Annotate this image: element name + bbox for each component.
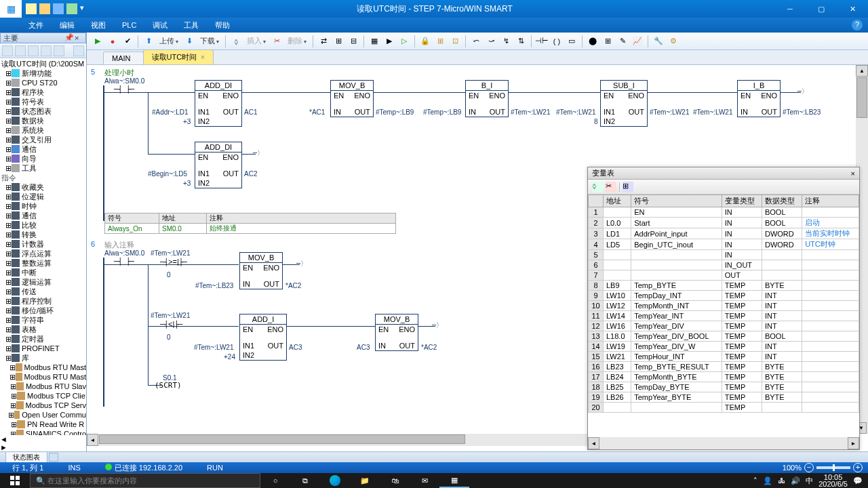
tool-j[interactable]: ⤺ bbox=[469, 35, 483, 48]
tree-item[interactable]: ⊞ 收藏夹 bbox=[1, 182, 86, 192]
insert-icon[interactable]: ⎀ bbox=[229, 35, 243, 48]
table-row[interactable]: 18LB25TempDay_BYTETEMPBYTE bbox=[589, 382, 859, 392]
table-row[interactable]: 11LW14TempYear_INTTEMPINT bbox=[589, 311, 859, 321]
tree-item[interactable]: ⊞ 计数器 bbox=[1, 239, 86, 249]
tool-a[interactable]: ⇄ bbox=[317, 35, 330, 48]
download-button[interactable]: 下载 bbox=[197, 36, 222, 46]
tree-tool-5[interactable] bbox=[54, 45, 64, 56]
table-row[interactable]: 10LW12TempMonth_INTTEMPINT bbox=[589, 301, 859, 311]
tab-main[interactable]: MAIN bbox=[103, 52, 144, 64]
tool-l[interactable]: ↯ bbox=[499, 35, 513, 48]
mail-icon[interactable]: ✉ bbox=[410, 473, 439, 488]
tree-item[interactable]: ⊞ Modbus RTU Slav bbox=[1, 382, 86, 391]
table-row[interactable]: 19LB26TempYear_BYTETEMPBYTE bbox=[589, 392, 859, 403]
delete-icon[interactable]: ✂ bbox=[270, 35, 283, 48]
variable-table[interactable]: 地址符号变量类型数据类型注释 1ENINBOOL2L0.0StartINBOOL… bbox=[588, 195, 859, 413]
tree-tool-2[interactable] bbox=[15, 45, 26, 56]
tree-item[interactable]: ⊞ 工具 bbox=[1, 163, 86, 173]
menu-help[interactable]: 帮助 bbox=[215, 20, 230, 30]
delete-button[interactable]: 删除 bbox=[285, 36, 309, 46]
table-row[interactable]: 12LW16TempYear_DIVTEMPINT bbox=[589, 321, 859, 331]
start-button[interactable] bbox=[0, 473, 30, 488]
fbd-add-di-1[interactable]: ADD_DI ENENO IN1OUT IN2 bbox=[195, 80, 242, 127]
table-row[interactable]: 14LW19TempYear_DIV_WTEMPINT bbox=[589, 342, 859, 352]
compile-button[interactable]: ✔ bbox=[121, 35, 134, 48]
scroll-left-icon[interactable]: ◄ bbox=[0, 435, 86, 443]
tool-m[interactable]: ⇅ bbox=[514, 35, 528, 48]
taskbar-search[interactable]: 🔍 在这里输入你要搜索的内容 bbox=[30, 473, 260, 488]
tool-b[interactable]: ⊞ bbox=[332, 35, 345, 48]
tree-item[interactable]: ⊞ 逻辑运算 bbox=[1, 277, 86, 287]
table-row[interactable]: 13L18.0TempYear_DIV_BOOLTEMPBOOL bbox=[589, 331, 859, 342]
scroll-thumb[interactable] bbox=[99, 434, 465, 444]
tab-utc[interactable]: 读取UTC时间× bbox=[143, 49, 214, 64]
tree-item[interactable]: ⊞ 转换 bbox=[1, 230, 86, 239]
tree-item[interactable]: ⊞ 定时器 bbox=[1, 334, 86, 344]
tree-item[interactable]: ⊞ 传送 bbox=[1, 287, 86, 296]
cortana-icon[interactable]: ○ bbox=[260, 473, 290, 488]
tree-root[interactable]: 读取UTC时间 (D:\200SM bbox=[1, 59, 86, 68]
menu-file[interactable]: 文件 bbox=[28, 20, 43, 30]
tree-item[interactable]: ⊞ SINAMICS Contro bbox=[1, 429, 86, 435]
edge-icon[interactable] bbox=[320, 473, 350, 488]
bottom-panel-icon[interactable] bbox=[49, 453, 58, 462]
tool-k[interactable]: ⤻ bbox=[484, 35, 498, 48]
upload-icon[interactable]: ⬆ bbox=[142, 35, 155, 48]
fbd-mov-b-1[interactable]: MOV_B ENENO INOUT bbox=[330, 80, 374, 117]
tree-hscrollbar[interactable]: ◄ ► bbox=[0, 435, 86, 451]
tool-n[interactable]: ⊣⊢ bbox=[535, 35, 549, 48]
fbd-sub-i[interactable]: SUB_I ENENO IN1OUT IN2 bbox=[600, 80, 648, 127]
maximize-button[interactable]: ▢ bbox=[806, 0, 837, 18]
tree-item[interactable]: ⊞ 程序控制 bbox=[1, 296, 86, 306]
tool-i[interactable]: ⊡ bbox=[448, 35, 462, 48]
tool-f[interactable]: ▷ bbox=[397, 35, 411, 48]
tree-item[interactable]: ⊞ 整数运算 bbox=[1, 258, 86, 268]
tree-item[interactable]: ⊞ Modbus RTU Mast bbox=[1, 363, 86, 372]
help-icon[interactable]: ? bbox=[852, 20, 863, 30]
tree-item[interactable]: ⊞ 通信 bbox=[1, 211, 86, 220]
new-icon[interactable] bbox=[26, 3, 37, 14]
menu-plc[interactable]: PLC bbox=[122, 21, 136, 29]
var-hscrollbar[interactable]: ◄ ► bbox=[588, 437, 859, 449]
pin-icon[interactable]: 📌 bbox=[64, 34, 73, 42]
network-icon[interactable]: 🖧 bbox=[778, 476, 785, 485]
fbd-b-i[interactable]: B_I ENENO INOUT bbox=[465, 80, 509, 117]
tree-item[interactable]: ⊞ PN Read Write R bbox=[1, 420, 86, 429]
tool-d[interactable]: ▦ bbox=[368, 35, 381, 48]
tool-p[interactable]: ▭ bbox=[565, 35, 578, 48]
step7-task-icon[interactable]: ▦ bbox=[439, 473, 469, 488]
table-row[interactable]: 16LB23Temp_BYTE_RESULTTEMPBYTE bbox=[589, 362, 859, 372]
close-button[interactable]: ✕ bbox=[837, 0, 868, 18]
tool-t[interactable]: 📈 bbox=[631, 35, 644, 48]
download-icon[interactable]: ⬇ bbox=[182, 35, 196, 48]
tree-item[interactable]: ⊞ 时钟 bbox=[1, 201, 86, 211]
tray-up-icon[interactable]: ˄ bbox=[753, 476, 757, 485]
tree-item[interactable]: ⊞ 向导 bbox=[1, 154, 86, 163]
tree-item[interactable]: ⊞ 库 bbox=[1, 353, 86, 363]
notification-icon[interactable]: 💬 bbox=[853, 476, 863, 485]
tool-h[interactable]: ⊞ bbox=[433, 35, 447, 48]
tree-item[interactable]: ⊞ 通信 bbox=[1, 144, 86, 154]
tree-item[interactable]: ⊞ 浮点运算 bbox=[1, 249, 86, 258]
ime-indicator[interactable]: 中 bbox=[806, 476, 813, 486]
tool-s[interactable]: ✎ bbox=[616, 35, 629, 48]
tree-item[interactable]: ⊞ Open User Commu bbox=[1, 410, 86, 420]
table-row[interactable]: 17LB24TempMonth_BYTETEMPBYTE bbox=[589, 372, 859, 382]
tree-item[interactable]: ⊞ 表格 bbox=[1, 325, 86, 334]
table-row[interactable]: 15LW21TempHour_INTTEMPINT bbox=[589, 352, 859, 362]
table-row[interactable]: 9LW10TempDay_INTTEMPINT bbox=[589, 291, 859, 301]
menu-view[interactable]: 视图 bbox=[91, 20, 106, 30]
tree-item[interactable]: ⊞ 状态图表 bbox=[1, 106, 86, 116]
vtab-tool-3[interactable]: ⊞ bbox=[623, 182, 633, 192]
table-row[interactable]: 7OUT bbox=[589, 270, 859, 281]
scroll-right-icon[interactable]: ► bbox=[0, 443, 86, 451]
store-icon[interactable]: 🛍 bbox=[380, 473, 410, 488]
taskview-icon[interactable]: ⧉ bbox=[290, 473, 320, 488]
tool-e[interactable]: ▶ bbox=[382, 35, 396, 48]
table-row[interactable]: 1ENINBOOL bbox=[589, 207, 859, 218]
dropdown-icon[interactable]: ▾ bbox=[80, 3, 91, 14]
people-icon[interactable]: 👤 bbox=[763, 476, 772, 485]
vtab-tool-1[interactable]: ⎀ bbox=[592, 182, 603, 192]
tool-u[interactable]: 🔧 bbox=[652, 35, 665, 48]
vtab-tool-2[interactable]: ✂ bbox=[606, 182, 616, 192]
